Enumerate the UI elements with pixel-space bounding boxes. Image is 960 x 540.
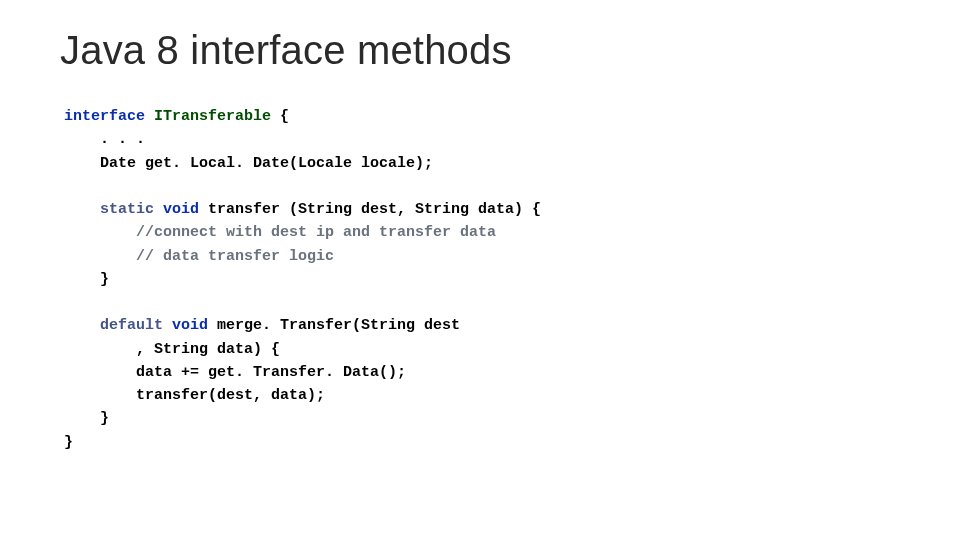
keyword-static: static [64,201,154,218]
comment-line: // data transfer logic [64,248,334,265]
brace-close: } [64,434,73,451]
keyword-default: default [64,317,163,334]
slide-title: Java 8 interface methods [60,28,900,73]
code-line: transfer(dest, data); [64,387,325,404]
class-name: ITransferable [154,108,271,125]
brace-close: } [64,410,109,427]
comment-line: //connect with dest ip and transfer data [64,224,496,241]
code-line: transfer (String dest, String data) [199,201,523,218]
code-line: , String data) { [64,341,280,358]
keyword-void: void [163,317,208,334]
code-block: interface ITransferable { . . . Date get… [60,105,900,454]
slide: Java 8 interface methods interface ITran… [0,0,960,474]
code-line: . . . [64,131,145,148]
keyword-interface: interface [64,108,145,125]
code-line: Date get. Local. Date(Locale locale); [64,155,433,172]
code-line: data += get. Transfer. Data(); [64,364,406,381]
brace-open: { [271,108,289,125]
keyword-void: void [154,201,199,218]
code-line: merge. Transfer(String dest [208,317,460,334]
brace-open: { [523,201,541,218]
brace-close: } [64,271,109,288]
